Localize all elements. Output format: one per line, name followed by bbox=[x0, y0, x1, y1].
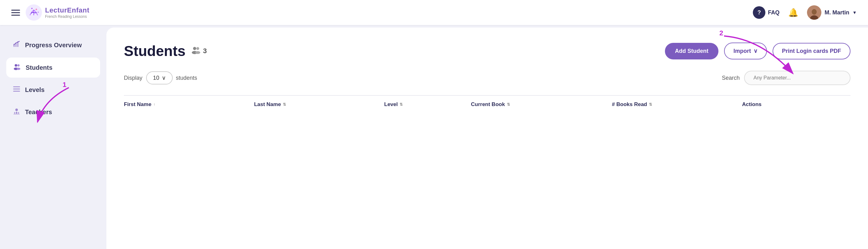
svg-rect-16 bbox=[14, 112, 16, 114]
main-layout: Progress Overview Students bbox=[0, 25, 868, 249]
app-header: LecturEnfant French Reading Lessons ? FA… bbox=[0, 0, 868, 25]
svg-rect-14 bbox=[13, 91, 20, 92]
col-level-label: Level bbox=[384, 101, 398, 107]
user-menu[interactable]: M. Martin ▼ bbox=[807, 5, 857, 20]
display-chevron-icon: ∨ bbox=[162, 74, 166, 81]
display-count-select[interactable]: 10 ∨ bbox=[146, 71, 173, 85]
svg-point-9 bbox=[18, 64, 20, 67]
table-header: First Name ↑ Last Name ⇅ Level ⇅ Current… bbox=[124, 95, 850, 107]
import-label: Import bbox=[734, 48, 751, 55]
sort-level-icon: ⇅ bbox=[400, 102, 403, 107]
student-count: 3 bbox=[203, 47, 207, 55]
display-value: 10 bbox=[153, 75, 159, 81]
col-current-book-label: Current Book bbox=[471, 101, 505, 107]
sidebar: Progress Overview Students bbox=[0, 25, 106, 249]
logo-highlight: E bbox=[67, 6, 72, 14]
sort-first-name-icon: ↑ bbox=[153, 102, 155, 107]
logo-name-part2: nfant bbox=[72, 6, 89, 14]
svg-point-21 bbox=[196, 47, 199, 50]
svg-point-11 bbox=[17, 68, 20, 70]
logo-area: LecturEnfant French Reading Lessons bbox=[26, 4, 90, 21]
svg-point-20 bbox=[193, 47, 196, 50]
svg-rect-12 bbox=[13, 86, 20, 87]
faq-icon: ? bbox=[753, 6, 765, 19]
logo-subtitle: French Reading Lessons bbox=[45, 14, 90, 19]
students-title-area: Students 3 bbox=[124, 42, 665, 59]
svg-point-1 bbox=[31, 8, 33, 9]
header-left: LecturEnfant French Reading Lessons bbox=[11, 4, 753, 21]
faq-label: FAQ bbox=[768, 9, 779, 16]
bell-icon[interactable]: 🔔 bbox=[788, 8, 798, 18]
col-actions: Actions bbox=[742, 101, 850, 107]
sidebar-label-progress: Progress Overview bbox=[25, 41, 82, 49]
main-content: Students 3 Add Student bbox=[106, 28, 868, 249]
svg-point-15 bbox=[16, 108, 18, 111]
sidebar-item-teachers[interactable]: Teachers bbox=[6, 102, 100, 122]
search-input[interactable] bbox=[744, 71, 850, 85]
col-books-read[interactable]: # Books Read ⇅ bbox=[612, 101, 742, 107]
header-right: ? FAQ 🔔 M. Martin ▼ bbox=[753, 5, 857, 20]
svg-rect-18 bbox=[18, 112, 19, 114]
user-chevron-icon: ▼ bbox=[852, 10, 857, 15]
svg-rect-19 bbox=[13, 114, 20, 115]
avatar bbox=[807, 5, 822, 20]
sort-books-read-icon: ⇅ bbox=[649, 102, 652, 107]
import-button[interactable]: Import ∨ bbox=[724, 42, 767, 59]
student-count-badge: 3 bbox=[191, 46, 207, 56]
svg-rect-17 bbox=[16, 112, 17, 114]
filter-row: Display 10 ∨ students Search bbox=[124, 71, 850, 85]
svg-point-8 bbox=[15, 64, 17, 67]
import-chevron-icon: ∨ bbox=[753, 48, 757, 55]
col-last-name-label: Last Name bbox=[254, 101, 281, 107]
display-label: Display bbox=[124, 75, 143, 81]
logo-name: LecturEnfant bbox=[45, 6, 90, 14]
students-header: Students 3 Add Student bbox=[124, 42, 850, 59]
progress-icon bbox=[13, 41, 20, 50]
svg-point-3 bbox=[812, 9, 817, 15]
faq-button[interactable]: ? FAQ bbox=[753, 6, 779, 19]
sidebar-item-levels[interactable]: Levels bbox=[6, 80, 100, 99]
teachers-icon bbox=[13, 107, 20, 116]
sidebar-label-teachers: Teachers bbox=[25, 108, 52, 116]
hamburger-icon[interactable] bbox=[11, 10, 20, 15]
sidebar-label-levels: Levels bbox=[25, 86, 44, 94]
col-first-name[interactable]: First Name ↑ bbox=[124, 101, 254, 107]
col-first-name-label: First Name bbox=[124, 101, 151, 107]
logo-name-part1: Lectur bbox=[45, 6, 67, 14]
students-text-label: students bbox=[176, 75, 722, 81]
svg-rect-13 bbox=[13, 89, 20, 90]
search-label: Search bbox=[722, 75, 740, 81]
sidebar-label-students: Students bbox=[26, 64, 53, 71]
col-current-book[interactable]: Current Book ⇅ bbox=[471, 101, 612, 107]
svg-point-23 bbox=[195, 51, 200, 54]
print-login-button[interactable]: Print Login cards PDF bbox=[773, 43, 850, 59]
page-title: Students bbox=[124, 42, 186, 59]
col-level[interactable]: Level ⇅ bbox=[384, 101, 471, 107]
col-actions-label: Actions bbox=[742, 101, 761, 107]
add-student-button[interactable]: Add Student bbox=[665, 43, 718, 59]
students-actions: Add Student Import ∨ Print Login cards P… bbox=[665, 42, 850, 59]
students-icon bbox=[13, 63, 21, 72]
logo-icon bbox=[26, 4, 42, 21]
student-count-icon bbox=[191, 46, 200, 56]
levels-icon bbox=[13, 86, 20, 94]
user-name: M. Martin bbox=[825, 9, 849, 16]
sort-last-name-icon: ⇅ bbox=[283, 102, 286, 107]
col-books-read-label: # Books Read bbox=[612, 101, 647, 107]
sort-current-book-icon: ⇅ bbox=[507, 102, 510, 107]
sidebar-item-progress-overview[interactable]: Progress Overview bbox=[6, 35, 100, 55]
col-last-name[interactable]: Last Name ⇅ bbox=[254, 101, 384, 107]
logo-text: LecturEnfant French Reading Lessons bbox=[45, 6, 90, 19]
sidebar-item-students[interactable]: Students bbox=[6, 58, 100, 77]
